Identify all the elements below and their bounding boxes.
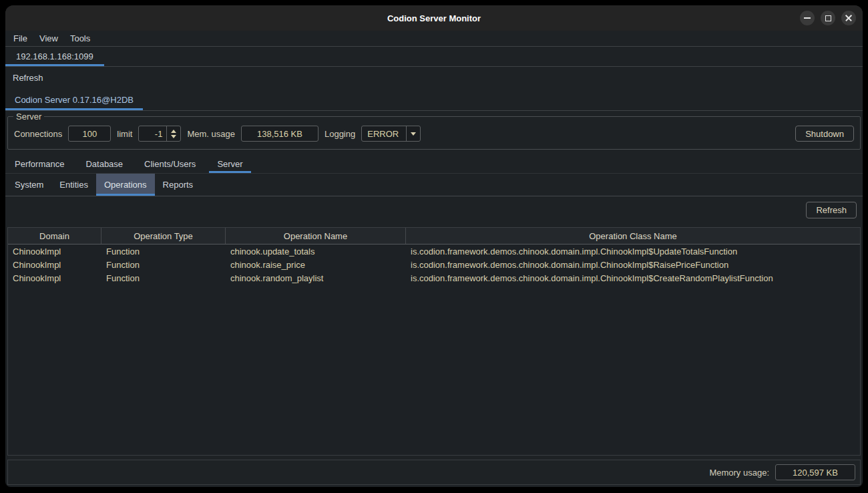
tab-reports[interactable]: Reports (155, 174, 202, 196)
status-bar: Memory usage: 120,597 KB (7, 460, 861, 485)
tab-label: Database (85, 159, 123, 169)
menu-tools[interactable]: Tools (64, 33, 96, 43)
logging-combobox[interactable]: ERROR (361, 126, 421, 142)
connection-limit-spinner[interactable]: -1 (138, 126, 181, 142)
spinner-up-icon (171, 130, 176, 133)
table-cell: ChinookImpl (8, 244, 101, 258)
spinner-arrow-buttons[interactable] (166, 126, 180, 141)
connections-field: 100 (68, 126, 111, 142)
table-cell: chinook.random_playlist (226, 271, 406, 285)
table-row[interactable]: ChinookImpl Function chinook.update_tota… (8, 244, 860, 258)
window-title: Codion Server Monitor (5, 13, 863, 23)
tab-label: Reports (163, 180, 194, 190)
mem-usage-field: 138,516 KB (241, 126, 318, 142)
table-cell: ChinookImpl (8, 271, 101, 285)
table-cell: Function (101, 258, 226, 271)
operations-toolbar: Refresh (5, 196, 863, 227)
selected-tab-underline (209, 171, 250, 173)
screen: Codion Server Monitor File View Tools 19… (0, 0, 868, 493)
column-header-operation-name[interactable]: Operation Name (226, 228, 406, 244)
column-header-operation-class-name[interactable]: Operation Class Name (406, 228, 860, 244)
logging-selected-value: ERROR (362, 126, 406, 141)
close-icon (845, 14, 853, 22)
menu-view[interactable]: View (33, 33, 64, 43)
limit-label: limit (117, 129, 132, 139)
tab-label: Entities (59, 180, 88, 190)
maximize-icon (825, 15, 831, 21)
minimize-icon (804, 17, 811, 19)
tab-host-address[interactable]: 192.168.1.168:1099 (5, 47, 104, 66)
close-button[interactable] (841, 11, 856, 25)
host-tab-bar: 192.168.1.168:1099 (5, 47, 863, 67)
table-row[interactable]: ChinookImpl Function chinook.random_play… (8, 271, 860, 285)
memory-usage-field: 120,597 KB (775, 464, 855, 480)
table-row[interactable]: ChinookImpl Function chinook.raise_price… (8, 258, 860, 271)
refresh-row: Refresh (5, 67, 863, 89)
window-controls (800, 5, 856, 31)
chevron-down-icon (411, 132, 416, 136)
table-cell: Function (101, 271, 226, 285)
tab-server-instance[interactable]: Codion Server 0.17.16@H2DB (5, 89, 143, 110)
table-cell: is.codion.framework.demos.chinook.domain… (406, 271, 860, 285)
server-groupbox-title: Server (13, 112, 44, 122)
table-cell: Function (101, 244, 226, 258)
tab-system[interactable]: System (7, 174, 51, 196)
table-cell: is.codion.framework.demos.chinook.domain… (406, 244, 860, 258)
mem-usage-label: Mem. usage (187, 129, 235, 139)
tab-operations[interactable]: Operations (96, 174, 155, 196)
table-cell: chinook.raise_price (226, 258, 406, 271)
memory-usage-label: Memory usage: (709, 468, 769, 478)
shutdown-button[interactable]: Shutdown (795, 126, 854, 142)
server-instance-tab-bar: Codion Server 0.17.16@H2DB (5, 89, 863, 111)
tab-entities[interactable]: Entities (51, 174, 96, 196)
server-groupbox: Server Connections 100 limit -1 Mem. usa… (7, 116, 861, 150)
tab-server[interactable]: Server (209, 155, 250, 173)
maximize-button[interactable] (821, 11, 835, 25)
operations-table: Domain Operation Type Operation Name Ope… (7, 227, 861, 456)
spinner-down-icon (171, 135, 176, 138)
connection-limit-value[interactable]: -1 (139, 126, 166, 141)
combo-dropdown-button[interactable] (406, 126, 420, 141)
host-tab-label: 192.168.1.168:1099 (16, 51, 93, 61)
tab-label: Clients/Users (144, 159, 196, 169)
column-header-operation-type[interactable]: Operation Type (101, 228, 226, 244)
server-groupbox-content: Connections 100 limit -1 Mem. usage 138,… (8, 117, 860, 149)
tab-label: Server (217, 159, 242, 169)
tab-performance[interactable]: Performance (7, 155, 72, 173)
menubar: File View Tools (5, 31, 863, 47)
server-sub-tab-bar: System Entities Operations Reports (5, 174, 863, 196)
logging-label: Logging (324, 129, 355, 139)
tab-clients-users[interactable]: Clients/Users (136, 155, 204, 173)
column-header-domain[interactable]: Domain (8, 228, 101, 244)
tab-label: Operations (104, 180, 147, 190)
server-instance-tab-label: Codion Server 0.17.16@H2DB (15, 95, 134, 105)
menu-file[interactable]: File (13, 33, 33, 43)
main-tab-bar: Performance Database Clients/Users Serve… (5, 155, 863, 174)
table-cell: is.codion.framework.demos.chinook.domain… (406, 258, 860, 271)
connections-label: Connections (14, 129, 62, 139)
selected-tab-underline (96, 194, 155, 196)
titlebar[interactable]: Codion Server Monitor (5, 5, 863, 31)
minimize-button[interactable] (800, 11, 815, 25)
table-cell: chinook.update_totals (226, 244, 406, 258)
selected-tab-underline (5, 108, 143, 110)
refresh-menu-item[interactable]: Refresh (13, 73, 43, 83)
refresh-button[interactable]: Refresh (806, 202, 857, 218)
table-cell: ChinookImpl (8, 258, 101, 271)
tab-label: System (15, 180, 43, 190)
selected-tab-underline (5, 64, 104, 66)
app-window: Codion Server Monitor File View Tools 19… (5, 5, 863, 487)
tab-label: Performance (15, 159, 64, 169)
tab-database[interactable]: Database (77, 155, 131, 173)
table-header: Domain Operation Type Operation Name Ope… (8, 228, 860, 244)
